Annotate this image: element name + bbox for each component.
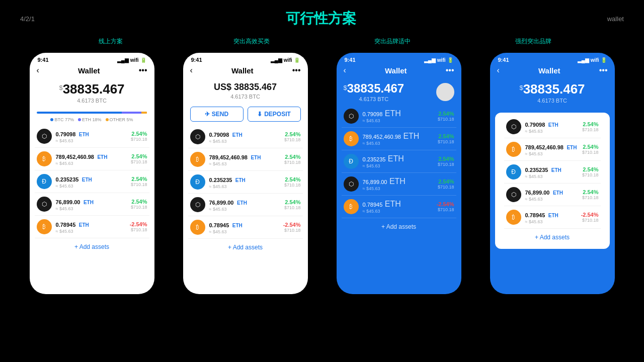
asset-icon-4-1: ⬡	[506, 119, 521, 134]
add-assets-2[interactable]: + Add assets	[183, 239, 308, 256]
send-icon-2: ✈	[205, 111, 210, 118]
asset-pct-4-2: 2.54%	[582, 144, 599, 150]
asset-icon-4-5: ₿	[506, 210, 521, 225]
more-icon-3[interactable]: •••	[446, 66, 454, 75]
asset-symbol-1-3: ETH	[82, 177, 92, 183]
balance-amount-4: 38835.467	[523, 82, 585, 97]
toggle-button-3[interactable]	[436, 83, 454, 101]
progress-bar-1	[37, 112, 147, 114]
back-icon-4[interactable]: ‹	[497, 66, 500, 75]
asset-usd-2-5: $710.18	[283, 228, 301, 233]
asset-approx-4-4: ≈ $45.63	[525, 197, 578, 202]
asset-right-2-2: 2.54% $710.18	[284, 154, 301, 165]
header-left: 4/2/1	[20, 15, 35, 23]
legend-1: BTC 77%ETH 18%OTHER 5%	[30, 116, 154, 125]
asset-item-2-1[interactable]: ⬡ 0.79098 ETH ≈ $45.63 2.54% $710.18	[188, 126, 303, 148]
asset-item-1-5[interactable]: ₿ 0.78945 ETH ≈ $45.63 -2.54% $710.18	[35, 216, 149, 238]
asset-info-1-3: 0.235235 ETH ≈ $45.63	[56, 174, 127, 189]
back-icon-3[interactable]: ‹	[344, 66, 346, 75]
asset-item-2-2[interactable]: ₿ 789,452,460.98 ETH ≈ $45.63 2.54% $710…	[188, 148, 303, 171]
asset-item-4-3[interactable]: Đ 0.235235 ETH ≈ $45.63 2.54% $710.18	[504, 161, 601, 184]
asset-item-3-3[interactable]: Đ 0.235235 ETH ≈ $45.63 2.54% $710.18	[342, 150, 456, 173]
asset-item-3-5[interactable]: ₿ 0.78945 ETH ≈ $45.63 -2.54% $710.18	[342, 196, 456, 218]
asset-item-1-4[interactable]: ⬡ 76,899.00 ETH ≈ $45.63 2.54% $710.18	[35, 193, 149, 216]
asset-pct-3-4: 2.54%	[438, 178, 454, 185]
asset-amount-4-2: 789,452,460.98	[525, 144, 564, 150]
asset-item-4-4[interactable]: ⬡ 76,899.00 ETH ≈ $45.63 2.54% $710.18	[504, 184, 601, 206]
asset-right-3-1: 2.54% $710.18	[438, 111, 454, 122]
asset-info-3-1: 0.79098 ETH ≈ $45.63	[363, 109, 434, 123]
asset-icon-4-3: Đ	[506, 164, 521, 179]
asset-list-4: ⬡ 0.79098 ETH ≈ $45.63 2.54% $710.18 ₿ 7…	[499, 116, 606, 229]
asset-item-3-4[interactable]: ⬡ 76,899.00 ETH ≈ $45.63 2.54% $710.18	[342, 173, 456, 196]
asset-pct-4-1: 2.54%	[582, 121, 599, 127]
asset-item-4-1[interactable]: ⬡ 0.79098 ETH ≈ $45.63 2.54% $710.18	[504, 116, 601, 138]
asset-item-1-2[interactable]: ₿ 789,452,460.98 ETH ≈ $45.63 2.54% $710…	[35, 148, 149, 170]
more-icon-1[interactable]: •••	[139, 66, 147, 75]
asset-pct-2-5: -2.54%	[283, 222, 301, 228]
asset-usd-3-2: $710.18	[438, 139, 454, 144]
asset-approx-1-1: ≈ $45.63	[56, 138, 127, 143]
asset-amount-2-5: 0.78945	[209, 222, 229, 228]
asset-pct-2-3: 2.54%	[284, 176, 301, 183]
header: 4/2/1 可行性方案 wallet	[0, 0, 644, 33]
status-time-4: 9:41	[498, 57, 509, 63]
phones-row: 9:41 ▂▄▆ wifi 🔋 ‹ Wallet ••• $ 38835.467…	[0, 53, 644, 294]
status-time-3: 9:41	[345, 57, 356, 63]
asset-symbol-3-4: ETH	[389, 177, 406, 186]
asset-approx-1-2: ≈ $45.63	[56, 161, 127, 166]
more-icon-4[interactable]: •••	[599, 66, 608, 75]
asset-item-4-5[interactable]: ₿ 0.78945 ETH ≈ $45.63 -2.54% $710.18	[504, 206, 601, 229]
status-time-2: 9:41	[191, 57, 202, 63]
asset-icon-2-4: ⬡	[190, 197, 205, 212]
send-button-2[interactable]: ✈ SEND	[190, 107, 244, 122]
asset-amount-1-1: 0.79098	[56, 131, 76, 137]
back-icon-1[interactable]: ‹	[37, 66, 39, 75]
asset-symbol-1-1: ETH	[79, 132, 89, 137]
asset-item-4-2[interactable]: ₿ 789,452,460.98 ETH ≈ $45.63 2.54% $710…	[504, 138, 601, 161]
balance-section-3: $ 38835.467 4.6173 BTC	[337, 79, 461, 105]
asset-item-2-3[interactable]: Đ 0.235235 ETH ≈ $45.63 2.54% $710.18	[188, 171, 303, 194]
balance-section-4: $ 38835.467 4.6173 BTC	[490, 79, 615, 109]
add-assets-1[interactable]: + Add assets	[30, 238, 154, 255]
status-bar-1: 9:41 ▂▄▆ wifi 🔋	[30, 53, 154, 65]
asset-right-2-3: 2.54% $710.18	[284, 176, 301, 188]
asset-pct-3-3: 2.54%	[438, 156, 454, 162]
more-icon-2[interactable]: •••	[292, 66, 301, 75]
asset-usd-4-1: $710.18	[582, 127, 599, 132]
asset-icon-1-1: ⬡	[37, 129, 52, 144]
asset-approx-4-5: ≈ $45.63	[525, 219, 577, 224]
asset-icon-1-2: ₿	[37, 151, 52, 166]
asset-usd-2-2: $710.18	[284, 160, 301, 165]
white-card-4: ⬡ 0.79098 ETH ≈ $45.63 2.54% $710.18 ₿ 7…	[495, 113, 610, 249]
asset-symbol-3-2: ETH	[403, 132, 419, 140]
nav-bar-1: ‹ Wallet •••	[30, 65, 154, 79]
pb-eth-1	[122, 112, 142, 114]
asset-item-2-5[interactable]: ₿ 0.78945 ETH ≈ $45.63 -2.54% $710.18	[188, 216, 303, 239]
phone-2: 9:41 ▂▄▆ wifi 🔋 ‹ Wallet ••• US$ 38835.4…	[183, 53, 308, 294]
balance-btc-1: 4.6173 BTC	[35, 98, 149, 104]
asset-icon-1-4: ⬡	[37, 197, 52, 212]
asset-item-3-1[interactable]: ⬡ 0.79098 ETH ≈ $45.63 2.54% $710.18	[342, 105, 456, 128]
balance-btc-2: 4.6173 BTC	[188, 94, 303, 100]
balance-section-1: $ 38835.467 4.6173 BTC	[30, 79, 154, 109]
asset-approx-4-2: ≈ $45.63	[525, 151, 578, 156]
asset-info-1-1: 0.79098 ETH ≈ $45.63	[56, 129, 127, 143]
asset-item-1-1[interactable]: ⬡ 0.79098 ETH ≈ $45.63 2.54% $710.18	[35, 125, 149, 148]
asset-item-2-4[interactable]: ⬡ 76,899.00 ETH ≈ $45.63 2.54% $710.18	[188, 194, 303, 216]
asset-list-3: ⬡ 0.79098 ETH ≈ $45.63 2.54% $710.18 ₿ 7…	[337, 105, 461, 218]
asset-amount-3-3: 0.235235	[363, 156, 386, 162]
asset-symbol-1-4: ETH	[84, 200, 94, 205]
asset-item-3-2[interactable]: ₿ 789,452,460.98 ETH ≈ $45.63 2.54% $710…	[342, 128, 456, 150]
add-assets-3[interactable]: + Add assets	[337, 218, 461, 235]
asset-usd-4-5: $710.18	[581, 218, 599, 223]
asset-info-3-3: 0.235235 ETH ≈ $45.63	[363, 154, 434, 168]
asset-amount-1-2: 789,452,460.98	[56, 154, 94, 160]
add-assets-4[interactable]: + Add assets	[499, 229, 606, 246]
asset-right-1-3: 2.54% $710.18	[131, 176, 147, 187]
deposit-button-2[interactable]: ⬇ DEPOSIT	[248, 107, 301, 122]
asset-item-1-3[interactable]: Đ 0.235235 ETH ≈ $45.63 2.54% $710.18	[35, 170, 149, 193]
asset-symbol-3-3: ETH	[388, 154, 404, 163]
asset-right-4-4: 2.54% $710.18	[582, 189, 599, 200]
back-icon-2[interactable]: ‹	[190, 66, 193, 75]
